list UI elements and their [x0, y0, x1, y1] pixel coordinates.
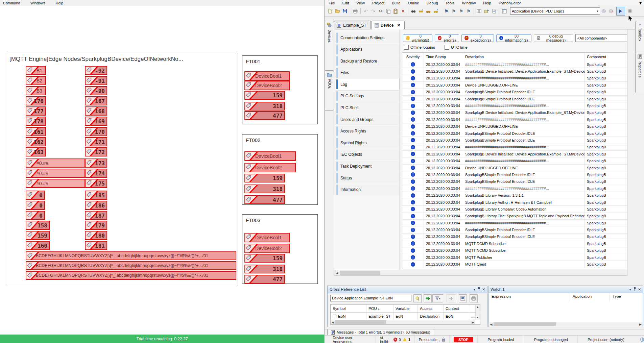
find-in-project-icon[interactable] — [425, 8, 432, 15]
watch-titlebar[interactable]: Watch 1 ▾ ✕ — [488, 286, 643, 293]
watch-horizontal-scrollbar[interactable]: ◀ ▶ — [489, 322, 643, 326]
paste-icon[interactable] — [392, 8, 399, 15]
add-object-icon[interactable] — [491, 8, 497, 15]
login-icon[interactable] — [600, 8, 607, 15]
sidebar-item-backup-and-restore[interactable]: Backup and Restore — [335, 55, 399, 67]
crossref-row[interactable]: −EoN Example_ST EoN Declaration EoN ... — [331, 313, 480, 320]
ide-menu-item[interactable]: Project — [372, 1, 384, 5]
col-pou[interactable]: POU ▴ — [366, 305, 393, 312]
log-row[interactable]: i 20.12.2020 00:33:04 MQTT NCMD Subscrib… — [402, 247, 627, 254]
log-row[interactable]: i 20.12.2020 00:33:04 SparkplugB Library… — [402, 192, 627, 199]
logout-icon[interactable] — [608, 8, 615, 15]
log-row[interactable]: i 20.12.2020 00:33:04 MQTT Client Sparkp… — [402, 261, 627, 268]
log-row[interactable]: i 20.12.2020 00:33:04 SparkplugB Library… — [402, 206, 627, 213]
sidebar-item-applications[interactable]: Applications — [335, 44, 399, 55]
log-row[interactable]: i 20.12.2020 00:33:04 SparkplugB Device … — [402, 109, 627, 116]
warning-filter-button[interactable]: !0 warning(s) — [403, 34, 432, 42]
replace-in-project-icon[interactable] — [432, 8, 439, 15]
hmi-menu-item[interactable]: Command — [3, 1, 20, 5]
sidebar-item-communication-settings[interactable]: Communication Settings — [335, 32, 399, 43]
clear-bookmarks-icon[interactable]: ⚑ — [465, 8, 472, 15]
ide-menu-item[interactable]: Build — [392, 1, 401, 5]
log-row[interactable]: i 20.12.2020 00:33:04 SparkplugBSimple P… — [402, 178, 627, 185]
exception-filter-button[interactable]: E0 exception(s) — [461, 34, 494, 42]
log-row[interactable]: i 20.12.2020 00:33:04 ##################… — [402, 116, 627, 123]
ide-menu-item[interactable]: PythonEditor — [499, 1, 521, 5]
log-row[interactable]: i 20.12.2020 00:33:04 SparkplugB Library… — [402, 199, 627, 206]
tab-close-icon[interactable]: ✕ — [397, 23, 400, 28]
col-severity[interactable]: Severity — [402, 53, 424, 61]
panel-menu-icon[interactable]: ▾ — [629, 288, 631, 291]
checkbox-box[interactable] — [445, 45, 449, 50]
ide-menu-item[interactable]: Online — [408, 1, 419, 5]
tab-device[interactable]: Device ✕ — [372, 21, 405, 29]
log-row[interactable]: i 20.12.2020 00:33:04 ##################… — [402, 75, 627, 82]
window-corner-icon[interactable]: ▼ — [638, 0, 643, 5]
sidebar-item-information[interactable]: Information — [335, 184, 399, 195]
undo-icon[interactable]: ↶ — [362, 8, 369, 15]
collapse-icon[interactable]: − — [333, 315, 336, 318]
print-icon[interactable] — [352, 8, 359, 15]
log-row[interactable]: i 20.12.2020 00:33:04 MQTT DCMD Subscrib… — [402, 240, 627, 247]
messages-tab[interactable]: Messages - Total 1 error(s), 1 warning(s… — [327, 329, 434, 335]
incremental-search-icon[interactable] — [418, 8, 424, 15]
hmi-menu-item[interactable]: Windows — [30, 1, 46, 5]
info-filter-button[interactable]: i30 information(s) — [496, 34, 531, 42]
bookmark-icon[interactable]: ⚑ — [443, 8, 450, 15]
col-type[interactable]: Type — [610, 293, 643, 302]
log-horizontal-scrollbar[interactable]: ◀ ▶ — [334, 270, 627, 276]
filter-button[interactable]: ▸ — [432, 294, 443, 302]
ide-menu-item[interactable]: View — [356, 1, 365, 5]
goto-definition-button[interactable] — [447, 294, 456, 302]
search-button[interactable] — [413, 294, 422, 302]
resolve-button[interactable] — [424, 294, 432, 302]
log-row[interactable]: i 20.12.2020 00:33:04 Device.UNPLUGGED.O… — [402, 82, 627, 89]
crossref-search-input[interactable] — [330, 295, 411, 301]
prev-bookmark-icon[interactable]: ⚑ — [458, 8, 464, 15]
log-row[interactable]: i 20.12.2020 00:33:04 SparkplugB Device … — [402, 68, 627, 75]
log-row[interactable]: i 20.12.2020 00:33:04 SparkplugBSimple P… — [402, 226, 627, 233]
crossref-horizontal-scrollbar[interactable]: ◀ ▶ — [331, 320, 475, 324]
log-row[interactable]: i 20.12.2020 00:33:04 Device.UNPLUGGED.O… — [402, 165, 627, 171]
log-row[interactable]: i 20.12.2020 00:33:04 ##################… — [402, 102, 627, 109]
crossref-titlebar[interactable]: Cross Reference List ▾ ✕ — [328, 286, 487, 293]
log-row[interactable]: i 20.12.2020 00:33:04 ##################… — [402, 185, 627, 192]
sidebar-item-access-rights[interactable]: Access Rights — [335, 126, 399, 137]
col-expression[interactable]: Expression — [489, 293, 570, 302]
log-row[interactable]: i 20.12.2020 00:33:04 ##################… — [402, 144, 627, 151]
delete-icon[interactable]: × — [400, 8, 406, 15]
col-symbol[interactable]: Symbol — [331, 305, 366, 312]
dock-tab-pous[interactable]: POUs — [325, 70, 334, 111]
redo-icon[interactable]: ↷ — [370, 8, 377, 15]
ide-menu-item[interactable]: Debug — [427, 1, 438, 5]
offline-logging-checkbox[interactable]: Offline logging — [404, 45, 435, 50]
log-row[interactable]: i 20.12.2020 00:33:04 SparkplugBSimple P… — [402, 171, 627, 178]
scrollbar-thumb[interactable] — [340, 271, 380, 275]
copy-icon[interactable] — [385, 8, 391, 15]
checkbox-box[interactable] — [404, 45, 409, 50]
sidebar-item-iec-objects[interactable]: IEC Objects — [335, 149, 399, 160]
save-icon[interactable] — [341, 8, 348, 15]
hmi-menu-item[interactable]: Help — [55, 1, 63, 5]
log-row[interactable]: i 20.12.2020 00:33:04 SparkplugBSimple P… — [402, 137, 627, 144]
build-icon[interactable] — [483, 8, 490, 15]
col-context[interactable]: Context — [444, 305, 469, 312]
col-component[interactable]: Component — [585, 53, 627, 61]
sidebar-item-users-and-groups[interactable]: Users and Groups — [335, 114, 399, 125]
project-settings-icon[interactable] — [501, 8, 508, 15]
find-icon[interactable] — [410, 8, 417, 15]
open-folder-icon[interactable] — [334, 8, 341, 15]
cut-icon[interactable]: ✂ — [377, 8, 384, 15]
component-filter-combo[interactable]: <All components> ▾ — [575, 34, 627, 42]
log-row[interactable]: i 20.12.2020 00:33:04 SparkplugBSimple P… — [402, 89, 627, 96]
log-row[interactable]: i 20.12.2020 00:33:04 SparkplugBSimple P… — [402, 96, 627, 102]
col-variable[interactable]: Variable — [393, 305, 418, 312]
tab-example-st[interactable]: Example_ST — [334, 21, 371, 29]
ide-menu-item[interactable]: Tools — [446, 1, 455, 5]
sidebar-item-log[interactable]: Log — [335, 79, 399, 90]
error-filter-button[interactable]: ×0 error(s) — [435, 34, 459, 42]
pin-icon[interactable] — [477, 287, 480, 292]
scroll-left-icon[interactable]: ◀ — [331, 320, 335, 325]
combo-dropdown-icon[interactable]: ▾ — [597, 9, 598, 13]
col-access[interactable]: Access — [418, 305, 444, 312]
